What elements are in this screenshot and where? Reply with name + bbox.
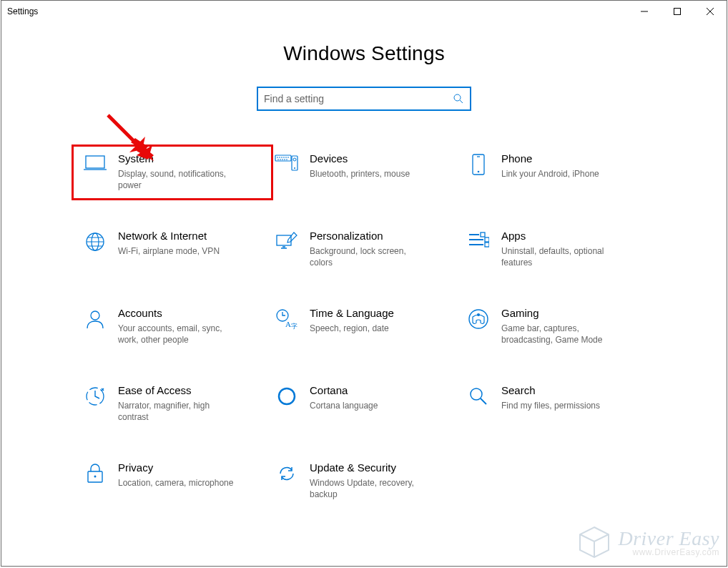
tile-cortana[interactable]: Cortana Cortana language xyxy=(268,381,460,427)
search-icon xyxy=(453,93,464,104)
svg-point-22 xyxy=(279,388,295,404)
tile-title: System xyxy=(118,152,240,165)
tile-title: Cortana xyxy=(310,384,378,397)
watermark: Driver Easy www.DriverEasy.com xyxy=(576,524,719,560)
tile-update-security[interactable]: Update & Security Windows Update, recove… xyxy=(268,459,460,504)
svg-point-6 xyxy=(293,158,296,161)
minimize-icon xyxy=(641,8,648,15)
svg-point-19 xyxy=(469,310,488,328)
devices-icon xyxy=(272,152,301,172)
tile-title: Time & Language xyxy=(310,307,394,320)
tile-desc: Display, sound, notifications, power xyxy=(118,168,240,191)
svg-text:A: A xyxy=(285,320,291,328)
tile-desc: Location, camera, microphone xyxy=(118,477,233,489)
watermark-logo-icon xyxy=(576,524,612,560)
cortana-icon xyxy=(272,384,301,407)
search-box[interactable] xyxy=(257,87,471,111)
search-input[interactable] xyxy=(264,93,453,104)
tile-desc: Uninstall, defaults, optional features xyxy=(501,245,623,268)
tile-title: Personalization xyxy=(310,230,431,243)
tile-search[interactable]: Search Find my files, permissions xyxy=(460,381,651,427)
tile-desc: Find my files, permissions xyxy=(501,400,600,411)
tile-title: Phone xyxy=(501,152,599,165)
search-wrap xyxy=(1,87,727,111)
svg-point-23 xyxy=(471,388,482,400)
tile-desc: Link your Android, iPhone xyxy=(501,168,599,180)
svg-line-26 xyxy=(108,115,142,150)
watermark-sub: www.DriverEasy.com xyxy=(618,547,719,557)
tile-privacy[interactable]: Privacy Location, camera, microphone xyxy=(77,459,268,504)
tile-desc: Speech, region, date xyxy=(310,323,394,334)
maximize-icon xyxy=(674,8,681,15)
window-controls xyxy=(628,1,727,22)
privacy-icon xyxy=(81,461,109,484)
title-bar: Settings xyxy=(1,1,727,22)
personalization-icon xyxy=(272,230,301,251)
tile-title: Devices xyxy=(310,152,410,165)
tile-ease-of-access[interactable]: Ease of Access Narrator, magnifier, high… xyxy=(77,381,268,427)
svg-point-15 xyxy=(91,311,99,320)
tile-title: Accounts xyxy=(118,307,240,320)
svg-rect-12 xyxy=(481,232,485,237)
svg-text:字: 字 xyxy=(291,323,297,330)
system-icon xyxy=(81,152,109,172)
svg-rect-14 xyxy=(485,243,489,247)
tile-system[interactable]: System Display, sound, notifications, po… xyxy=(77,150,268,195)
close-button[interactable] xyxy=(694,1,727,22)
globe-icon xyxy=(81,230,109,253)
accounts-icon xyxy=(81,307,109,330)
categories-grid: System Display, sound, notifications, po… xyxy=(1,150,727,504)
tile-desc: Cortana language xyxy=(310,400,378,411)
apps-icon xyxy=(464,230,493,250)
svg-rect-3 xyxy=(275,155,291,161)
maximize-button[interactable] xyxy=(661,1,694,22)
window-title: Settings xyxy=(7,6,38,16)
tile-accounts[interactable]: Accounts Your accounts, email, sync, wor… xyxy=(77,304,268,350)
svg-point-25 xyxy=(94,476,97,478)
phone-icon xyxy=(464,152,493,175)
tile-desc: Bluetooth, printers, mouse xyxy=(310,168,410,180)
tile-personalization[interactable]: Personalization Background, lock screen,… xyxy=(268,227,460,273)
tile-desc: Background, lock screen, colors xyxy=(310,245,431,268)
tile-title: Privacy xyxy=(118,461,233,474)
svg-point-1 xyxy=(454,94,461,101)
svg-point-5 xyxy=(294,167,295,169)
tile-title: Update & Security xyxy=(310,461,431,474)
close-icon xyxy=(707,8,714,15)
tile-phone[interactable]: Phone Link your Android, iPhone xyxy=(460,150,651,195)
tile-desc: Windows Update, recovery, backup xyxy=(310,477,431,500)
tile-title: Search xyxy=(501,384,600,397)
search-category-icon xyxy=(464,384,493,407)
update-icon xyxy=(272,461,301,484)
gaming-icon xyxy=(464,307,493,330)
tile-apps[interactable]: Apps Uninstall, defaults, optional featu… xyxy=(460,227,651,273)
tile-desc: Game bar, captures, broadcasting, Game M… xyxy=(501,323,623,346)
svg-rect-11 xyxy=(277,235,291,245)
tile-title: Network & Internet xyxy=(118,230,220,243)
tile-desc: Narrator, magnifier, high contrast xyxy=(118,400,240,423)
svg-rect-0 xyxy=(674,9,681,15)
tile-title: Apps xyxy=(501,230,623,243)
tile-desc: Wi-Fi, airplane mode, VPN xyxy=(118,245,220,257)
time-language-icon: A字 xyxy=(272,307,301,330)
svg-rect-13 xyxy=(485,238,489,242)
svg-rect-2 xyxy=(86,156,104,168)
tile-desc: Your accounts, email, sync, work, other … xyxy=(118,323,240,346)
minimize-button[interactable] xyxy=(628,1,661,22)
svg-point-8 xyxy=(478,171,480,173)
content-area: Windows Settings System Display, sound, … xyxy=(1,22,727,566)
tile-title: Gaming xyxy=(501,307,623,320)
tile-gaming[interactable]: Gaming Game bar, captures, broadcasting,… xyxy=(460,304,651,350)
ease-of-access-icon xyxy=(81,384,109,407)
page-title: Windows Settings xyxy=(1,42,727,65)
tile-network[interactable]: Network & Internet Wi-Fi, airplane mode,… xyxy=(77,227,268,273)
tile-time-language[interactable]: A字 Time & Language Speech, region, date xyxy=(268,304,460,350)
tile-title: Ease of Access xyxy=(118,384,240,397)
settings-window: Settings Windows Settings xyxy=(1,0,727,567)
tile-devices[interactable]: Devices Bluetooth, printers, mouse xyxy=(268,150,460,195)
